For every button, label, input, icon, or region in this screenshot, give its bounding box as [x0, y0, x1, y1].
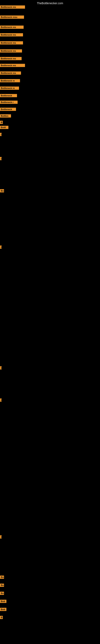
bottleneck-label-8: Bottleneck res [0, 72, 21, 75]
bottleneck-label-6: Bottleneck res [0, 57, 22, 60]
bottleneck-label-74: Bo [0, 592, 4, 595]
bottleneck-label-24: Bo [0, 189, 4, 192]
bottleneck-label-1: Bottleneck resu [0, 16, 24, 19]
bottleneck-label-77: B [0, 616, 3, 619]
bottleneck-label-14: Bottlen [0, 114, 11, 118]
bottleneck-label-2: Bottleneck res [0, 26, 24, 29]
bottleneck-label-50: | [0, 398, 1, 402]
bottleneck-label-16: Bottl [0, 126, 8, 129]
bottleneck-label-13: Bottleneck [0, 108, 16, 111]
site-title: TheBottlenecker.com [0, 0, 100, 6]
bottleneck-label-15: B [0, 121, 3, 124]
bottleneck-label-4: Bottleneck res [0, 41, 23, 44]
bottleneck-label-11: Bottleneck [0, 94, 17, 97]
bottleneck-label-75: Bott [0, 600, 6, 603]
bottleneck-label-72: Bo [0, 576, 4, 579]
bottleneck-label-73: Bo [0, 584, 4, 587]
bottleneck-label-12: Bottleneck r [0, 100, 18, 104]
bottleneck-label-20: | [0, 157, 1, 160]
bottleneck-label-67: | [0, 535, 1, 538]
bottleneck-label-0: Bottleneck res [0, 6, 25, 9]
bottleneck-label-7: Bottleneck res [0, 64, 25, 67]
bottleneck-label-46: | [0, 366, 1, 370]
bottleneck-label-3: Bottleneck res [0, 33, 23, 36]
bottleneck-label-9: Bottleneck re [0, 79, 20, 82]
bottleneck-label-5: Bottleneck res [0, 49, 22, 52]
bottleneck-label-31: | [0, 246, 1, 249]
bottleneck-label-76: Bott [0, 608, 6, 611]
bottleneck-label-17: | [0, 133, 1, 136]
bottleneck-label-10: Bottleneck re [0, 86, 19, 90]
chart-area: TheBottlenecker.com Bottleneck resBottle… [0, 0, 100, 644]
